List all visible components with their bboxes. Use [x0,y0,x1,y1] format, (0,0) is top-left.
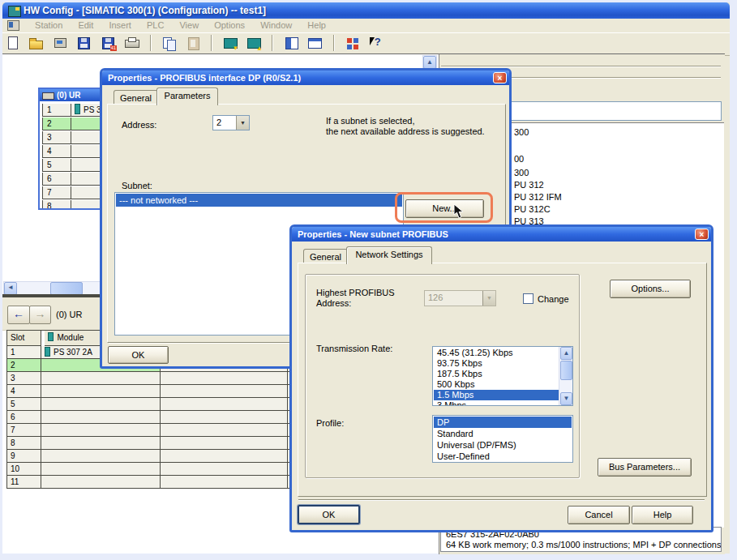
toolbar-separator [150,35,152,51]
rate-item-selected[interactable]: 1.5 Mbps [434,390,559,400]
app-icon [8,6,21,17]
nav-back-button[interactable]: ← [7,306,30,324]
slot-number: 8 [42,200,71,210]
menu-bar: Station Edit Insert PLC View Options Win… [2,19,730,33]
menu-help[interactable]: Help [301,19,332,30]
highest-address-label-line2: Address: [316,298,351,308]
close-icon[interactable]: × [493,72,507,83]
highest-address-value: 126 [428,293,443,302]
profile-item[interactable]: Universal (DP/FMS) [434,439,572,451]
dialog2-ok-button[interactable]: OK [298,505,360,524]
address-select[interactable]: 2 ▼ [212,115,250,130]
catalog-icon[interactable] [282,34,301,52]
network-icon[interactable] [343,34,362,52]
menu-plc[interactable]: PLC [140,19,170,30]
save-icon[interactable] [75,34,93,52]
scroll-up-icon[interactable]: ▲ [560,347,572,360]
rate-item[interactable]: 93.75 Kbps [434,358,559,369]
chevron-down-icon[interactable]: ▼ [236,116,249,130]
screenshot-root: HW Config - [SIMATIC 300(1) (Configurati… [0,0,737,560]
rate-item[interactable]: 500 Kbps [434,379,559,390]
dialog1-ok-button[interactable]: OK [108,346,169,364]
rate-item[interactable]: 45.45 (31.25) Kbps [434,348,559,358]
dialog1-titlebar[interactable]: Properties - PROFIBUS interface DP (R0/S… [102,71,509,85]
dialog2-titlebar[interactable]: Properties - New subnet PROFIBUS [292,227,711,242]
rate-item[interactable]: 187.5 Kbps [434,369,559,379]
slot-number: 4 [42,145,71,158]
slot-number: 3 [42,131,71,144]
profile-item[interactable]: Standard [434,428,572,439]
scroll-up-icon[interactable]: ▲ [423,56,436,69]
slot-number: 2 [42,118,71,130]
copy-icon[interactable] [160,34,178,52]
menu-view[interactable]: View [173,19,205,30]
button-separator [298,499,705,501]
rack-window-title: (0) UR [57,89,80,101]
rack-icon [42,92,54,100]
save-compile-icon[interactable]: 41 [99,34,118,52]
highest-address-label-line1: Highest PROFIBUS [316,288,395,297]
options-button[interactable]: Options... [610,280,691,298]
window-titlebar[interactable]: HW Config - [SIMATIC 300(1) (Configurati… [2,2,730,19]
transmission-rate-label: Transmission Rate: [316,344,392,353]
change-checkbox[interactable] [523,293,533,304]
dialog2-title: Properties - New subnet PROFIBUS [298,227,448,242]
scroll-left-icon[interactable]: ◄ [4,282,17,295]
dialog2-cancel-button[interactable]: Cancel [568,506,630,524]
module-description: 64 KB work memory; 0.3 ms/1000 instructi… [446,540,721,550]
address-value: 2 [216,118,221,127]
open-station-icon[interactable] [51,34,70,52]
slot-number: 6 [42,173,71,186]
dialog2-help-button[interactable]: Help [632,506,693,524]
toolbar: 41 ▼ ▲ ? [2,32,730,56]
address-label: Address: [122,120,156,130]
detail-rack-label: (0) UR [56,310,82,319]
open-folder-icon[interactable] [27,34,45,52]
print-icon[interactable] [122,34,141,52]
menu-edit[interactable]: Edit [71,19,100,30]
toolbar-separator [211,35,212,51]
nav-forward-button[interactable]: → [29,306,51,324]
catalog-tree-item[interactable]: PU 312 IFM [514,192,562,202]
rate-scrollbar[interactable]: ▲ ▼ [559,347,572,405]
transmission-rate-listbox[interactable]: 45.45 (31.25) Kbps 93.75 Kbps 187.5 Kbps… [432,346,573,406]
scrollbar-thumb[interactable] [50,282,83,295]
dialog1-title: Properties - PROFIBUS interface DP (R0/S… [108,71,301,85]
profile-label: Profile: [316,418,344,428]
chevron-down-icon: ▼ [482,291,495,306]
scrollbar-thumb[interactable] [560,361,572,380]
catalog-tree-item[interactable]: 00 [514,154,524,164]
catalog-toolbar-edge [441,66,721,67]
catalog-tree-item[interactable]: PU 312C [514,204,551,214]
toolbar-separator [333,35,335,51]
new-document-icon[interactable] [3,34,22,52]
toolbar-separator [272,35,273,51]
profile-listbox[interactable]: DP Standard Universal (DP/FMS) User-Defi… [432,415,573,463]
window-layout-icon[interactable] [306,34,324,52]
paste-icon[interactable] [184,34,203,52]
catalog-tree-item[interactable]: PU 312 [514,180,544,190]
menu-insert[interactable]: Insert [102,19,138,30]
scroll-down-icon[interactable]: ▼ [560,392,572,405]
rate-item[interactable]: 3 Mbps [434,400,559,406]
tab-network-settings[interactable]: Network Settings [346,246,432,264]
catalog-tree-item[interactable]: 300 [514,127,529,137]
menu-station[interactable]: Station [28,19,69,30]
download-station-icon[interactable]: ▼ [221,34,240,52]
annotation-highlight [395,192,493,223]
profile-item-selected[interactable]: DP [434,417,572,428]
bus-parameters-button[interactable]: Bus Parameters... [598,458,692,477]
profile-item[interactable]: User-Defined [434,451,572,462]
document-icon [7,20,19,31]
close-icon[interactable]: × [695,229,709,240]
tab-parameters[interactable]: Parameters [156,88,218,105]
menu-window[interactable]: Window [254,19,298,30]
menu-options[interactable]: Options [208,19,251,30]
subnet-item-not-networked[interactable]: --- not networked --- [116,194,402,207]
change-label: Change [538,294,569,304]
catalog-tree-item[interactable]: 300 [514,168,529,177]
upload-station-icon[interactable]: ▲ [245,34,264,52]
subnet-hint-line2: the next available address is suggested. [326,126,485,136]
highest-address-select: 126 ▼ [424,290,496,306]
help-pointer-icon[interactable]: ? [367,34,386,52]
